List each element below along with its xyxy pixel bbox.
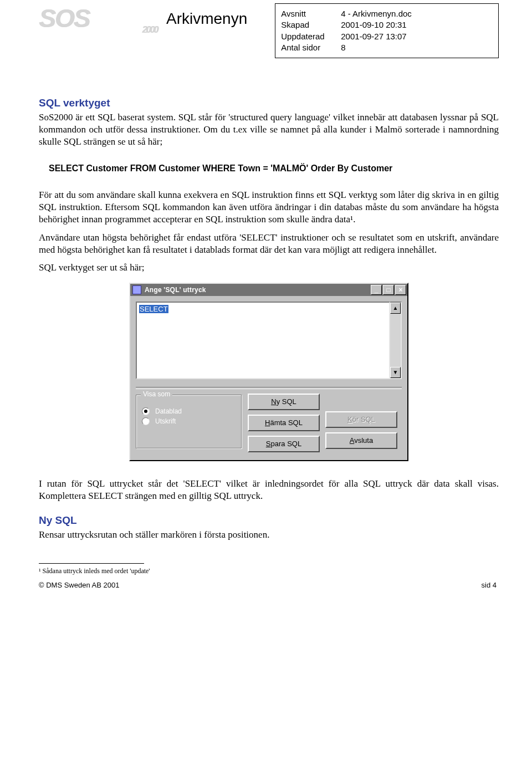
kor-sql-accel: K — [347, 415, 352, 423]
close-button[interactable]: × — [395, 285, 406, 295]
meta-created-value: 2001-09-10 20:31 — [341, 19, 406, 30]
dialog-title: Ange 'SQL' uttryck — [145, 286, 371, 294]
minimize-button[interactable]: _ — [371, 285, 382, 295]
avsluta-accel: A — [350, 436, 354, 445]
scroll-down-button[interactable]: ▼ — [390, 367, 401, 378]
dialog-titlebar[interactable]: Ange 'SQL' uttryck _ □ × — [130, 284, 407, 296]
chevron-up-icon: ▲ — [393, 305, 398, 311]
sql-textarea[interactable]: SELECT — [136, 302, 390, 379]
sql-text-selected: SELECT — [139, 305, 168, 313]
para-6: Rensar uttrycksrutan och ställer marköre… — [39, 529, 499, 541]
meta-pages-value: 8 — [341, 42, 345, 53]
hamta-sql-button[interactable]: Hämta SQL — [248, 415, 320, 431]
group-legend: Visa som — [141, 390, 172, 398]
para-2: För att du som användare skall kunna exe… — [39, 189, 499, 226]
spara-sql-button[interactable]: Spara SQL — [248, 436, 320, 452]
scroll-up-button[interactable]: ▲ — [390, 303, 401, 314]
meta-pages-label: Antal sidor — [281, 42, 341, 53]
spara-sql-label: para SQL — [271, 440, 302, 448]
ny-sql-accel: N — [271, 397, 276, 406]
meta-section-label: Avsnitt — [281, 8, 341, 19]
footnote-rule — [39, 563, 144, 564]
logo-text: SOS — [39, 4, 89, 33]
vertical-scrollbar[interactable]: ▲ ▼ — [390, 302, 402, 379]
avsluta-button[interactable]: Avsluta — [325, 432, 397, 449]
spara-sql-accel: S — [266, 440, 271, 448]
close-icon: × — [398, 286, 402, 294]
page-title: Arkivmenyn — [166, 6, 247, 28]
meta-updated-label: Uppdaterad — [281, 31, 341, 42]
kor-sql-label: ör SQL — [352, 415, 375, 423]
radio-datablad[interactable] — [142, 407, 150, 415]
page-header: SOS 2000 Arkivmenyn Avsnitt4 - Arkivmeny… — [39, 6, 499, 58]
heading-sql-verktyget: SQL verktyget — [39, 97, 499, 109]
meta-created-label: Skapad — [281, 19, 341, 30]
separator — [136, 387, 402, 389]
radio-datablad-row[interactable]: Datablad — [142, 407, 236, 415]
para-1: SoS2000 är ett SQL baserat system. SQL s… — [39, 111, 499, 148]
radio-utskrift-label: Utskrift — [155, 417, 176, 425]
minimize-icon: _ — [375, 286, 378, 294]
sql-dialog: Ange 'SQL' uttryck _ □ × SELECT ▲ ▼ — [129, 283, 408, 461]
footer-left: © DMS Sweden AB 2001 — [39, 581, 119, 589]
hamta-sql-accel: H — [265, 418, 270, 427]
radio-utskrift-row[interactable]: Utskrift — [142, 417, 236, 425]
form-icon — [132, 285, 141, 294]
page-footer: © DMS Sweden AB 2001 sid 4 — [39, 581, 499, 589]
para-4: SQL verktyget ser ut så här; — [39, 262, 499, 274]
heading-ny-sql: Ny SQL — [39, 514, 499, 527]
footnote: ¹ Sådana uttryck inleds med ordet 'updat… — [39, 567, 499, 575]
avsluta-label: vsluta — [354, 436, 373, 445]
scroll-track[interactable] — [390, 314, 401, 367]
logo: SOS 2000 — [39, 6, 144, 31]
ny-sql-label: y SQL — [277, 397, 296, 406]
maximize-button[interactable]: □ — [383, 285, 394, 295]
radio-datablad-label: Datablad — [155, 407, 182, 415]
visa-som-group: Visa som Datablad Utskrift — [136, 395, 242, 449]
para-3: Användare utan högsta behörighet får end… — [39, 232, 499, 256]
radio-utskrift[interactable] — [142, 417, 150, 425]
meta-box: Avsnitt4 - Arkivmenyn.doc Skapad2001-09-… — [275, 3, 499, 58]
maximize-icon: □ — [386, 286, 390, 294]
hamta-sql-label: ämta SQL — [270, 418, 303, 427]
ny-sql-button[interactable]: Ny SQL — [248, 394, 320, 410]
kor-sql-button[interactable]: Kör SQL — [325, 411, 397, 428]
logo-subtext: 2000 — [142, 25, 157, 34]
meta-updated-value: 2001-09-27 13:07 — [341, 31, 406, 42]
meta-section-value: 4 - Arkivmenyn.doc — [341, 8, 412, 19]
chevron-down-icon: ▼ — [393, 369, 398, 375]
sql-example: SELECT Customer FROM Customer WHERE Town… — [49, 164, 499, 173]
footer-right: sid 4 — [482, 581, 497, 589]
para-5: I rutan för SQL uttrycket står det 'SELE… — [39, 478, 499, 502]
